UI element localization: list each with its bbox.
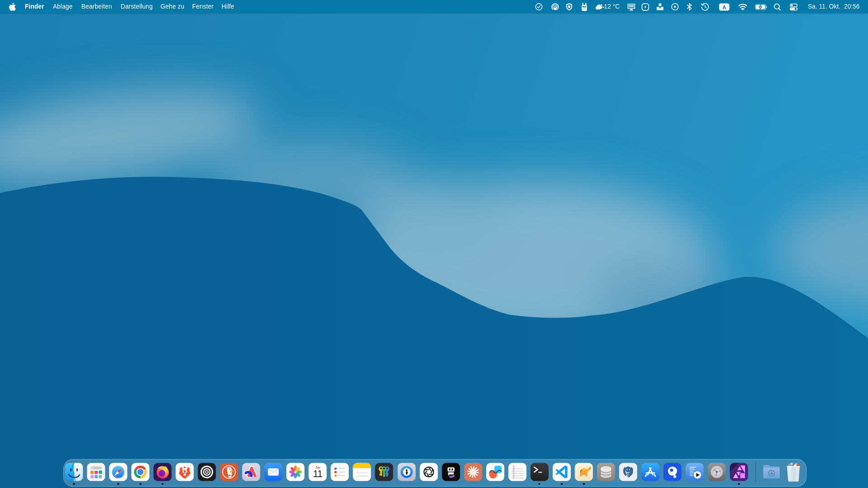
svg-text:A: A	[722, 4, 726, 9]
svg-text:11: 11	[313, 468, 322, 479]
